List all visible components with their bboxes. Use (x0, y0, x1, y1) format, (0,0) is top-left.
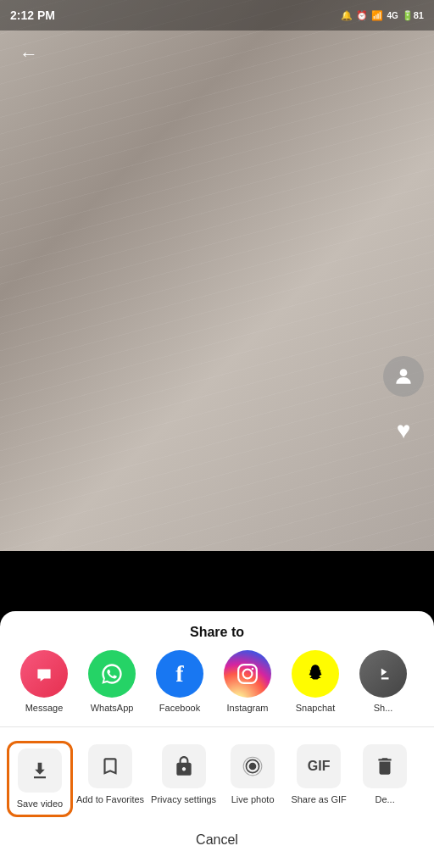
profile-button[interactable] (383, 356, 424, 397)
svg-point-4 (252, 667, 254, 670)
divider (0, 726, 434, 727)
live-photo-icon-box (231, 744, 275, 788)
share-title: Share to (0, 611, 434, 650)
save-video-icon-box (18, 748, 62, 793)
svg-point-3 (243, 669, 253, 678)
app-whatsapp[interactable]: WhatsApp (81, 650, 142, 713)
action-add-to-favorites[interactable]: Add to Favorites (73, 741, 147, 817)
action-live-photo[interactable]: Live photo (220, 741, 286, 817)
app-instagram[interactable]: Instagram (217, 650, 278, 713)
profile-icon (392, 365, 415, 387)
snapchat-svg (304, 663, 326, 685)
instagram-icon (224, 650, 271, 698)
favorites-icon (99, 755, 121, 777)
back-button[interactable]: ← (14, 39, 44, 70)
action-save-video[interactable]: Save video (7, 741, 73, 817)
svg-point-5 (249, 762, 257, 770)
svg-marker-1 (37, 669, 50, 681)
privacy-icon-box (162, 744, 206, 788)
cancel-button[interactable]: Cancel (0, 824, 434, 860)
message-label: Message (25, 703, 64, 713)
apps-row: Message WhatsApp f Facebook (0, 650, 434, 723)
app-more[interactable]: Sh... (353, 650, 414, 713)
privacy-icon (173, 755, 195, 777)
snapchat-icon (292, 650, 339, 698)
whatsapp-label: WhatsApp (91, 703, 134, 713)
status-time: 2:12 PM (10, 8, 55, 22)
actions-row: Save video Add to Favorites Privacy sett… (0, 731, 434, 824)
app-snapchat[interactable]: Snapchat (285, 650, 346, 713)
alarm-icon: ⏰ (356, 10, 368, 21)
action-share-gif[interactable]: GIF Share as GIF (286, 741, 352, 817)
favorites-icon-box (88, 744, 132, 788)
more-label: Sh... (374, 703, 393, 713)
notification-icon: 🔔 (341, 10, 353, 21)
heart-button[interactable]: ♥ (383, 410, 424, 451)
svg-point-0 (400, 369, 408, 376)
whatsapp-icon (88, 650, 136, 698)
message-icon (20, 650, 68, 698)
live-photo-icon (242, 755, 264, 777)
battery-icon: 🔋81 (402, 10, 424, 21)
message-svg (33, 663, 55, 685)
save-video-label: Save video (17, 798, 63, 810)
live-photo-label: Live photo (231, 793, 275, 805)
snapchat-label: Snapchat (296, 703, 335, 713)
gif-icon-box: GIF (297, 744, 341, 788)
facebook-letter: f (175, 660, 183, 687)
delete-label: De... (376, 793, 395, 805)
status-icons: 🔔 ⏰ 📶 4G 🔋81 (341, 10, 424, 21)
app-facebook[interactable]: f Facebook (149, 650, 210, 713)
signal-icon: 📶 (371, 10, 383, 21)
more-icon (359, 650, 407, 698)
delete-icon (374, 755, 396, 777)
gif-label: Share as GIF (291, 793, 346, 805)
instagram-label: Instagram (227, 703, 269, 713)
signal-icon-2: 4G (387, 11, 398, 20)
action-privacy-settings[interactable]: Privacy settings (147, 741, 220, 817)
save-video-icon (28, 759, 52, 782)
heart-icon: ♥ (397, 417, 411, 444)
app-message[interactable]: Message (14, 650, 75, 713)
whatsapp-svg (100, 662, 124, 686)
privacy-label: Privacy settings (151, 793, 216, 805)
delete-icon-box (363, 744, 407, 788)
video-background (0, 0, 434, 551)
instagram-svg (236, 663, 259, 685)
action-delete[interactable]: De... (352, 741, 418, 817)
gif-icon: GIF (308, 759, 331, 774)
more-svg (372, 663, 394, 685)
facebook-label: Facebook (159, 703, 200, 713)
svg-rect-2 (238, 665, 257, 683)
right-sidebar-icons: ♥ (383, 356, 424, 451)
facebook-icon: f (156, 650, 203, 698)
status-bar: 2:12 PM 🔔 ⏰ 📶 4G 🔋81 (0, 0, 434, 31)
favorites-label: Add to Favorites (76, 793, 144, 805)
back-arrow-icon: ← (19, 43, 38, 65)
bottom-sheet: Share to Message WhatsApp f Facebook (0, 611, 434, 868)
